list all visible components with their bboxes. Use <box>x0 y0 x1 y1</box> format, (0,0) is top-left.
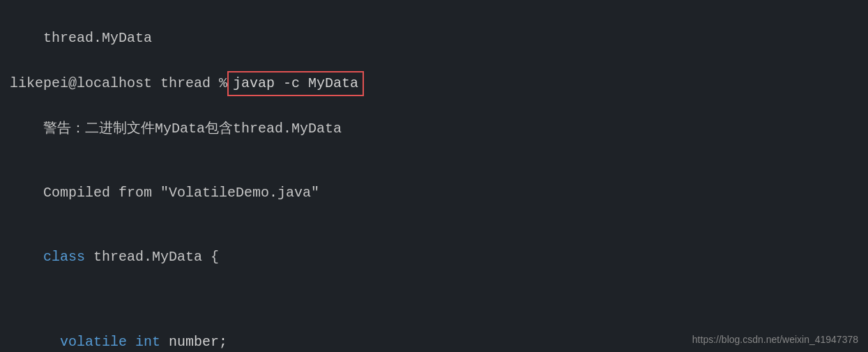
class-declaration-line: class thread.MyData { <box>10 226 858 289</box>
command-line: likepei@localhost thread % javap -c MyDa… <box>10 71 858 96</box>
volatile-keyword: volatile <box>60 334 135 350</box>
partial-top-line: thread.MyData <box>10 7 858 70</box>
int-keyword: int <box>135 334 169 350</box>
warning-line: 警告：二进制文件MyData包含thread.MyData <box>10 98 858 160</box>
field-name: number; <box>169 334 227 350</box>
field-indent: volatile int number; <box>10 313 227 352</box>
command-text: javap -c MyData <box>227 71 364 96</box>
top-line-text: thread.MyData <box>43 30 152 46</box>
compiled-from-text: Compiled from "VolatileDemo.java" <box>43 185 319 201</box>
terminal-window: thread.MyData likepei@localhost thread %… <box>0 0 868 352</box>
prompt-text: likepei@localhost thread % <box>10 73 227 94</box>
watermark: https://blog.csdn.net/weixin_41947378 <box>692 334 858 345</box>
class-name: thread.MyData { <box>93 249 219 265</box>
watermark-text: https://blog.csdn.net/weixin_41947378 <box>692 334 858 345</box>
class-keyword: class <box>43 249 93 265</box>
compiled-from-line: Compiled from "VolatileDemo.java" <box>10 162 858 224</box>
warning-text: 警告：二进制文件MyData包含thread.MyData <box>43 121 342 137</box>
